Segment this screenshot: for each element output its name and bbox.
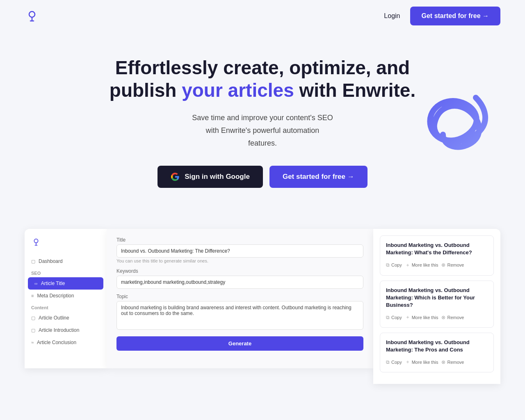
card-2-more-label: More like this: [412, 315, 438, 320]
hero-headline: Effortlessly create, optimize, and publi…: [82, 57, 443, 102]
sidebar-item-dashboard-label: Dashboard: [39, 258, 63, 264]
more-icon-3: ＋: [405, 358, 410, 365]
svg-point-0: [29, 11, 35, 17]
card-1-remove-button[interactable]: ⊗ Remove: [441, 261, 464, 269]
title-hint: You can use this title to generate simil…: [116, 258, 363, 263]
card-3-copy-label: Copy: [391, 360, 402, 365]
copy-icon-3: ⧉: [386, 359, 390, 365]
google-icon: [171, 172, 180, 181]
card-1-more-label: More like this: [412, 262, 438, 267]
article-card-2-actions: ⧉ Copy ＋ More like this ⊗ Remove: [386, 313, 488, 322]
card-1-copy-label: Copy: [391, 262, 402, 267]
article-card-2: Inbound Marketing vs. Outbound Marketing…: [380, 281, 494, 328]
article-card-1: Inbound Marketing vs. Outbound Marketing…: [380, 235, 494, 275]
keywords-label: Keywords: [116, 268, 363, 274]
hero-subtitle: Save time and improve your content's SEO…: [82, 112, 443, 149]
sidebar-logo: [25, 237, 107, 255]
sidebar-seo-label: SEO: [25, 267, 107, 277]
card-3-more-button[interactable]: ＋ More like this: [405, 358, 438, 366]
article-card-1-actions: ⧉ Copy ＋ More like this ⊗ Remove: [386, 261, 488, 269]
sidebar-item-meta-description[interactable]: ≡ Meta Description: [25, 290, 107, 302]
logo-icon: [25, 9, 39, 23]
logo: [25, 9, 39, 23]
card-2-copy-label: Copy: [391, 315, 402, 320]
card-3-more-label: More like this: [412, 360, 438, 365]
meta-description-icon: ≡: [31, 293, 34, 298]
copy-icon: ⧉: [386, 262, 390, 268]
sidebar-item-article-title-label: Article Title: [41, 281, 65, 286]
article-card-3-actions: ⧉ Copy ＋ More like this ⊗ Remove: [386, 358, 488, 366]
sidebar-item-article-conclusion[interactable]: ≈ Article Conclusion: [25, 336, 107, 349]
svg-point-3: [34, 239, 38, 243]
remove-icon: ⊗: [441, 262, 445, 268]
topic-textarea[interactable]: Inbound marketing is building brand awar…: [116, 301, 363, 330]
article-intro-icon: ▢: [31, 328, 35, 333]
article-card-3-title: Inbound Marketing vs. Outbound Marketing…: [386, 339, 488, 354]
hero-cta-group: Sign in with Google Get started for free…: [82, 166, 443, 188]
headline-accent: your articles: [182, 80, 294, 101]
article-card-3: Inbound Marketing vs. Outbound Marketing…: [380, 333, 494, 372]
copy-icon-2: ⧉: [386, 315, 390, 320]
sidebar-item-article-title[interactable]: ∞ Article Title: [28, 277, 103, 290]
card-2-remove-button[interactable]: ⊗ Remove: [441, 314, 464, 321]
card-2-more-button[interactable]: ＋ More like this: [405, 313, 438, 322]
card-1-copy-button[interactable]: ⧉ Copy: [386, 261, 402, 269]
remove-icon-3: ⊗: [441, 359, 445, 365]
card-1-remove-label: Remove: [447, 262, 464, 267]
get-started-hero-button[interactable]: Get started for free →: [269, 166, 368, 188]
demo-section: ▢ Dashboard SEO ∞ Article Title ≡ Meta D…: [0, 212, 525, 384]
nav-actions: Login Get started for free →: [384, 7, 500, 25]
sidebar-item-dashboard[interactable]: ▢ Dashboard: [25, 255, 107, 267]
hero-section: Effortlessly create, optimize, and publi…: [0, 32, 525, 212]
main-content-demo: Title Inbound vs. Outbound Marketing: Th…: [107, 229, 373, 368]
remove-icon-2: ⊗: [441, 315, 445, 320]
sidebar-item-article-intro-label: Article Introduction: [39, 327, 79, 333]
more-icon-2: ＋: [405, 314, 410, 321]
sidebar-content-label: Content: [25, 302, 107, 312]
card-2-copy-button[interactable]: ⧉ Copy: [386, 314, 402, 321]
article-card-1-title: Inbound Marketing vs. Outbound Marketing…: [386, 242, 488, 256]
article-conclusion-icon: ≈: [31, 340, 34, 345]
keywords-input[interactable]: marketing,inbound marketing,outbound,str…: [116, 276, 363, 289]
generate-button[interactable]: Generate: [116, 336, 363, 351]
title-input[interactable]: Inbound vs. Outbound Marketing: The Diff…: [116, 244, 363, 258]
headline-part2: with Enwrite.: [294, 80, 415, 101]
card-3-remove-button[interactable]: ⊗ Remove: [441, 358, 464, 366]
sidebar-item-article-outline[interactable]: ▢ Article Outline: [25, 312, 107, 324]
sidebar-item-article-outline-label: Article Outline: [39, 315, 69, 321]
article-title-icon: ∞: [34, 281, 38, 286]
card-3-copy-button[interactable]: ⧉ Copy: [386, 358, 402, 366]
navbar: Login Get started for free →: [0, 0, 525, 32]
sidebar-item-meta-description-label: Meta Description: [37, 293, 74, 299]
title-label: Title: [116, 237, 363, 243]
article-card-2-title: Inbound Marketing vs. Outbound Marketing…: [386, 287, 488, 309]
decorative-swirl: [402, 81, 500, 171]
dashboard-icon: ▢: [31, 259, 35, 264]
sidebar-demo: ▢ Dashboard SEO ∞ Article Title ≡ Meta D…: [25, 229, 107, 368]
login-button[interactable]: Login: [384, 12, 400, 20]
topic-label: Topic: [116, 294, 363, 299]
article-cards-panel: Inbound Marketing vs. Outbound Marketing…: [373, 229, 500, 384]
card-1-more-button[interactable]: ＋ More like this: [405, 261, 438, 269]
card-2-remove-label: Remove: [447, 315, 464, 320]
card-3-remove-label: Remove: [447, 360, 464, 365]
sidebar-item-article-conclusion-label: Article Conclusion: [37, 340, 76, 345]
article-outline-icon: ▢: [31, 315, 35, 321]
sidebar-item-article-intro[interactable]: ▢ Article Introduction: [25, 324, 107, 336]
get-started-nav-button[interactable]: Get started for free →: [410, 7, 500, 25]
more-icon: ＋: [405, 262, 410, 269]
sign-in-google-button[interactable]: Sign in with Google: [158, 166, 263, 188]
sign-google-label: Sign in with Google: [185, 173, 250, 181]
